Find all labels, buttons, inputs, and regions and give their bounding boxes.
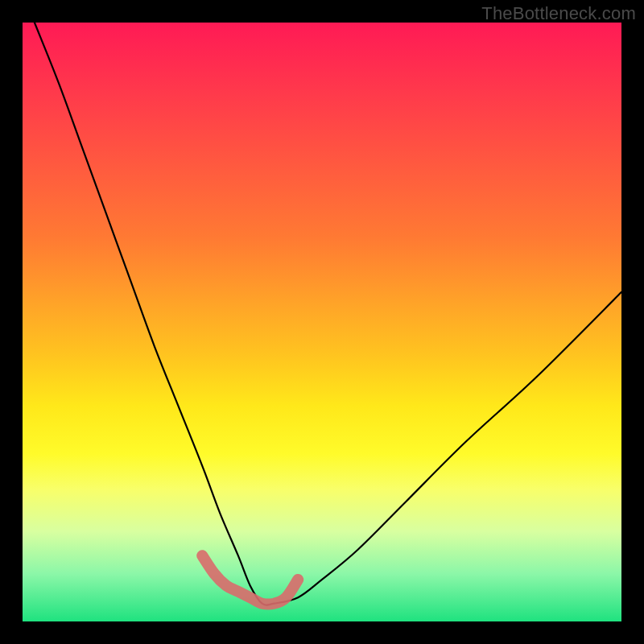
chart-frame: TheBottleneck.com bbox=[0, 0, 644, 644]
highlight-segment bbox=[202, 555, 298, 604]
bottleneck-curve bbox=[35, 23, 621, 605]
plot-area bbox=[23, 23, 621, 621]
curve-layer bbox=[23, 23, 621, 621]
watermark-text: TheBottleneck.com bbox=[481, 3, 636, 24]
